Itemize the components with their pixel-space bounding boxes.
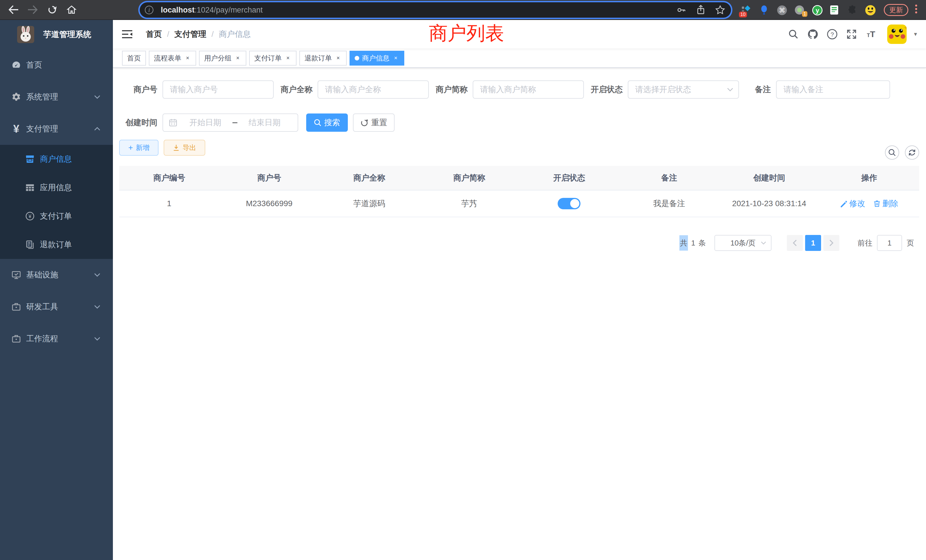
filter-label: 商户全称 (274, 84, 312, 95)
chevron-down-icon (94, 95, 100, 99)
sidebar-item-label: 退款订单 (40, 239, 72, 250)
tab-refund-order[interactable]: 退款订单× (300, 51, 346, 65)
create-time-range[interactable]: 开始日期 结束日期 (162, 114, 298, 132)
status-toggle[interactable] (558, 198, 581, 209)
browser-forward-icon[interactable] (27, 4, 39, 16)
github-icon[interactable] (807, 29, 818, 39)
app-logo[interactable]: 芋道管理系统 (0, 20, 113, 49)
sidebar-item-home[interactable]: 首页 (0, 49, 113, 81)
fullscreen-icon[interactable] (846, 29, 857, 39)
sidebar-item-system[interactable]: 系统管理 (0, 81, 113, 113)
extensions-area: 10 ⌘ 1 y (741, 0, 875, 20)
sidebar-item-devtools[interactable]: 研发工具 (0, 291, 113, 323)
sidebar-item-pay-order[interactable]: ¥ 支付订单 (0, 202, 113, 230)
sidebar-item-workflow[interactable]: 工作流程 (0, 323, 113, 355)
filter-label: 备注 (739, 84, 771, 95)
password-key-icon[interactable] (676, 5, 687, 15)
short-name-input[interactable] (473, 80, 584, 98)
svg-text:⌘: ⌘ (779, 7, 785, 14)
chevron-down-icon (94, 337, 100, 341)
filter-label: 商户简称 (429, 84, 468, 95)
tab-pay-order[interactable]: 支付订单× (249, 51, 297, 65)
close-icon[interactable]: × (392, 55, 399, 62)
close-icon[interactable]: × (335, 55, 342, 62)
filter-label: 商户号 (119, 84, 157, 95)
col-merchant-id: 商户编号 (119, 173, 219, 183)
page-size-select[interactable]: 10条/页 (714, 235, 772, 251)
browser-reload-icon[interactable] (46, 4, 58, 16)
search-button[interactable]: 搜索 (306, 114, 348, 132)
delete-link[interactable]: 删除 (873, 198, 898, 209)
prev-page-button[interactable] (787, 235, 803, 251)
refresh-button[interactable] (905, 145, 919, 160)
yen-icon: ¥ (11, 123, 21, 134)
chevron-down-icon (94, 273, 100, 277)
extension-doc-icon[interactable] (830, 5, 840, 15)
close-icon[interactable]: × (235, 55, 241, 62)
extension-circle-icon[interactable]: 1 (794, 5, 805, 15)
tab-home[interactable]: 首页 (122, 51, 146, 65)
breadcrumb: 首页 / 支付管理 / 商户信息 (146, 29, 251, 39)
toggle-search-button[interactable] (885, 145, 899, 160)
cell-full-name: 芋道源码 (319, 198, 419, 209)
address-bar[interactable]: i localhost:1024/pay/merchant (140, 2, 731, 18)
jump-page-input[interactable] (877, 235, 902, 251)
sidebar-item-infra[interactable]: 基础设施 (0, 259, 113, 291)
sidebar-item-label: 商户信息 (40, 154, 72, 165)
sidebar-item-refund-order[interactable]: 退款订单 (0, 230, 113, 259)
export-button[interactable]: 导出 (163, 140, 205, 156)
cell-merchant-id: 1 (119, 199, 219, 208)
bookmark-star-icon[interactable] (715, 5, 725, 15)
tab-process-form[interactable]: 流程表单× (149, 51, 196, 65)
browser-back-icon[interactable] (8, 4, 20, 16)
user-avatar[interactable] (887, 24, 906, 44)
sidebar: 芋道管理系统 首页 系统管理 ¥ 支付管理 商户信息 应用信息 (0, 20, 113, 560)
breadcrumb-pay[interactable]: 支付管理 (174, 29, 206, 39)
end-date-input[interactable]: 结束日期 (240, 117, 289, 128)
help-icon[interactable]: ? (827, 29, 838, 39)
col-remark: 备注 (619, 173, 719, 183)
sidebar-item-merchant-info[interactable]: 商户信息 (0, 145, 113, 173)
extension-balloon-icon[interactable] (759, 5, 769, 15)
table-row: 1 M233666999 芋道源码 芋艿 我是备注 2021-10-23 08:… (119, 191, 919, 217)
browser-home-icon[interactable] (65, 4, 77, 16)
close-icon[interactable]: × (284, 55, 291, 62)
filter-label: 创建时间 (119, 117, 157, 128)
chrome-update-button[interactable]: 更新 (884, 4, 908, 16)
sidebar-item-label: 研发工具 (26, 301, 58, 312)
site-info-icon[interactable]: i (145, 6, 153, 14)
header-search-icon[interactable] (788, 29, 799, 39)
sidebar-item-app-info[interactable]: 应用信息 (0, 173, 113, 202)
edit-link[interactable]: 修改 (840, 198, 865, 209)
cell-remark: 我是备注 (619, 198, 719, 209)
extension-puzzle-icon[interactable] (847, 5, 858, 15)
col-create-time: 创建时间 (719, 173, 819, 183)
start-date-input[interactable]: 开始日期 (181, 117, 230, 128)
next-page-button[interactable] (823, 235, 839, 251)
briefcase-icon (11, 302, 21, 312)
chrome-menu-icon[interactable] (915, 5, 917, 14)
screen: i localhost:1024/pay/merchant 10 (0, 0, 926, 560)
add-button[interactable]: +新增 (119, 140, 159, 156)
extension-y-icon[interactable]: y (812, 5, 822, 15)
full-name-input[interactable] (318, 80, 429, 98)
extension-emoji-icon[interactable] (865, 5, 875, 15)
breadcrumb-home[interactable]: 首页 (146, 29, 162, 39)
share-icon[interactable] (696, 5, 705, 15)
tab-merchant-info[interactable]: 商户信息× (350, 51, 404, 65)
remark-input[interactable] (776, 80, 890, 98)
extension-badge: 10 (739, 12, 747, 17)
close-icon[interactable]: × (184, 55, 191, 62)
tab-user-group[interactable]: 用户分组× (199, 51, 246, 65)
extension-command-icon[interactable]: ⌘ (776, 5, 787, 15)
url-text[interactable]: localhost:1024/pay/merchant (161, 6, 676, 15)
merchant-no-input[interactable] (162, 80, 274, 98)
page-1-button[interactable]: 1 (805, 235, 821, 251)
avatar-caret-icon[interactable]: ▼ (913, 31, 918, 37)
sidebar-item-pay[interactable]: ¥ 支付管理 (0, 113, 113, 145)
status-select[interactable]: 请选择开启状态 (628, 80, 739, 98)
reset-button[interactable]: 重置 (353, 114, 395, 132)
font-size-icon[interactable]: TT (865, 29, 876, 39)
extension-diamond-icon[interactable]: 10 (741, 5, 752, 15)
hamburger-icon[interactable] (122, 30, 132, 39)
